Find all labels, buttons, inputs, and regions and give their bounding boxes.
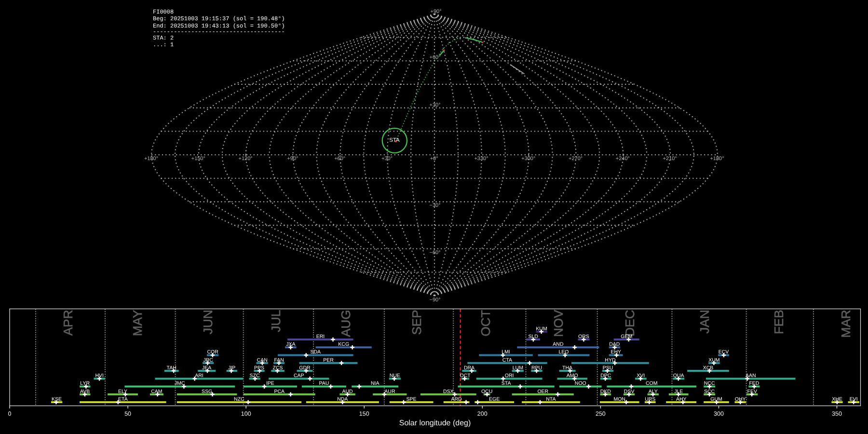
svg-text:+330°: +330°: [474, 156, 488, 162]
svg-text:GEM: GEM: [621, 334, 632, 339]
svg-text:+30°: +30°: [429, 102, 440, 108]
svg-text:JAN: JAN: [697, 310, 712, 334]
svg-text:NCC: NCC: [704, 380, 715, 386]
svg-text:+270°: +270°: [569, 156, 583, 162]
svg-text:JEA: JEA: [202, 365, 211, 371]
svg-text:ECV: ECV: [719, 349, 729, 355]
svg-text:Solar longitude (deg): Solar longitude (deg): [399, 419, 471, 427]
svg-text:JUN: JUN: [201, 310, 215, 335]
svg-text:LUM: LUM: [513, 365, 523, 371]
svg-text:ARI: ARI: [195, 373, 203, 379]
svg-text:NZC: NZC: [234, 396, 244, 402]
svg-text:LEO: LEO: [558, 349, 569, 355]
svg-text:+30°: +30°: [381, 156, 393, 162]
svg-text:TAH: TAH: [167, 365, 176, 371]
svg-text:MAR: MAR: [839, 310, 853, 338]
svg-text:ETA: ETA: [118, 396, 128, 402]
svg-text:AHY: AHY: [676, 396, 687, 402]
svg-text:GUM: GUM: [710, 396, 722, 402]
svg-text:FEV: FEV: [747, 389, 757, 394]
svg-text:+240°: +240°: [616, 156, 630, 162]
svg-text:KSE: KSE: [52, 396, 62, 402]
svg-text:AAN: AAN: [746, 373, 756, 379]
svg-text:+90°: +90°: [287, 156, 298, 162]
svg-text:CTA: CTA: [502, 357, 512, 363]
svg-text:LYR: LYR: [80, 380, 90, 386]
svg-text:OHY: OHY: [735, 396, 746, 402]
svg-text:−90°: −90°: [429, 297, 440, 303]
svg-text:NIA: NIA: [371, 380, 380, 386]
svg-text:+0°: +0°: [430, 156, 438, 162]
svg-text:AUD: AUD: [342, 389, 353, 394]
svg-text:0: 0: [8, 410, 12, 417]
svg-text:FEB: FEB: [772, 310, 786, 335]
svg-text:LMI: LMI: [502, 349, 510, 355]
svg-text:DSX: DSX: [443, 389, 454, 394]
svg-text:ERI: ERI: [316, 334, 325, 339]
svg-text:ORS: ORS: [578, 334, 589, 339]
svg-text:100: 100: [241, 410, 251, 417]
svg-text:JMC: JMC: [175, 380, 185, 386]
svg-text:PER: PER: [323, 357, 334, 363]
svg-text:STA: STA: [389, 137, 400, 143]
svg-text:300: 300: [714, 410, 724, 417]
svg-text:NUE: NUE: [390, 373, 400, 379]
svg-text:+90°: +90°: [430, 9, 441, 14]
svg-text:JXA: JXA: [286, 341, 295, 347]
svg-text:FAN: FAN: [274, 357, 284, 363]
svg-text:+300°: +300°: [521, 156, 535, 162]
svg-text:+180°: +180°: [710, 156, 724, 162]
svg-text:+60°: +60°: [429, 54, 440, 60]
svg-text:ZCS: ZCS: [273, 365, 283, 371]
svg-text:XUM: XUM: [708, 357, 719, 363]
svg-text:DAD: DAD: [609, 341, 620, 347]
svg-text:AND: AND: [553, 341, 564, 347]
svg-text:NOO: NOO: [575, 380, 586, 386]
svg-text:AUR: AUR: [384, 389, 395, 394]
svg-text:SCC: SCC: [704, 389, 715, 394]
svg-text:OCT: OCT: [478, 310, 493, 336]
svg-text:DEC: DEC: [623, 310, 637, 337]
svg-text:OCU: OCU: [481, 389, 492, 394]
svg-text:DPC: DPC: [600, 373, 611, 379]
svg-text:CAP: CAP: [294, 373, 304, 379]
svg-text:CAM: CAM: [151, 389, 162, 394]
svg-text:COR: COR: [207, 349, 218, 355]
svg-text:DRA: DRA: [464, 365, 475, 371]
svg-text:NOV: NOV: [551, 310, 566, 337]
svg-text:JRC: JRC: [203, 357, 213, 363]
svg-text:HYD: HYD: [605, 357, 616, 363]
svg-text:SZC: SZC: [250, 373, 260, 379]
svg-text:PSU: PSU: [603, 365, 613, 371]
svg-text:50: 50: [124, 410, 131, 417]
svg-text:−30°: −30°: [429, 203, 440, 208]
svg-text:...: 1: ...: 1: [153, 41, 174, 48]
svg-text:URS: URS: [645, 396, 655, 402]
svg-text:OER: OER: [537, 389, 548, 394]
svg-text:+150°: +150°: [191, 156, 205, 162]
svg-text:QUA: QUA: [673, 373, 684, 379]
svg-text:NDA: NDA: [337, 396, 348, 402]
svg-text:CAN: CAN: [257, 357, 268, 363]
svg-text:JUL: JUL: [269, 310, 283, 332]
svg-text:NTA: NTA: [546, 396, 556, 402]
svg-text:PCA: PCA: [274, 389, 285, 394]
svg-text:XVI: XVI: [637, 373, 645, 379]
svg-text:+210°: +210°: [663, 156, 677, 162]
svg-text:ELY: ELY: [118, 389, 127, 394]
svg-text:SDA: SDA: [311, 349, 321, 355]
svg-text:MON: MON: [613, 396, 625, 402]
svg-text:ALY: ALY: [649, 389, 658, 394]
svg-text:XHE: XHE: [832, 396, 842, 402]
svg-text:Beg: 20251003 19:15:37 (sol =: Beg: 20251003 19:15:37 (sol = 190.48°): [153, 15, 285, 22]
svg-text:GDR: GDR: [299, 365, 311, 371]
svg-text:SPE: SPE: [407, 396, 417, 402]
svg-text:IPE: IPE: [266, 380, 274, 386]
svg-text:+180°: +180°: [144, 156, 158, 162]
svg-text:AVB: AVB: [80, 389, 90, 394]
svg-text:DSV: DSV: [624, 389, 635, 394]
svg-text:AMO: AMO: [567, 373, 578, 379]
svg-text:ARD: ARD: [451, 396, 462, 402]
svg-text:DKD: DKD: [600, 389, 611, 394]
svg-text:SSG: SSG: [202, 389, 212, 394]
